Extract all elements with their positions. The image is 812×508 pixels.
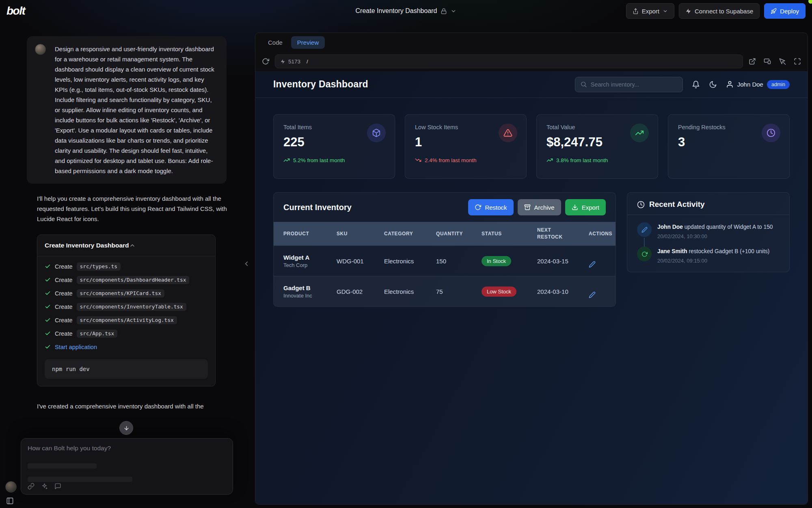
chevron-down-icon (663, 9, 668, 14)
connect-supabase-button[interactable]: Connect to Supabase (679, 3, 760, 19)
external-link-icon[interactable] (749, 58, 756, 65)
activity-timestamp: 20/02/2024, 09:15:00 (657, 258, 769, 264)
restock-date: 2024-03-15 (537, 258, 589, 265)
redacted-text (28, 463, 97, 469)
step-verb: Create (55, 330, 73, 337)
step-file-chip[interactable]: src/components/ActivityLog.tsx (77, 316, 177, 324)
step-verb: Create (55, 290, 73, 297)
address-bar[interactable]: 5173 / (275, 54, 743, 68)
refresh-icon[interactable] (262, 58, 269, 65)
deploy-button[interactable]: Deploy (764, 3, 806, 19)
kpi-row: Total Items 225 5.2% from last month Low… (273, 114, 790, 179)
step-verb: Create (55, 317, 73, 323)
devices-icon[interactable] (764, 58, 771, 65)
export-button[interactable]: Export (626, 3, 674, 19)
editor-tabbar: Code Preview (255, 33, 808, 52)
edit-icon[interactable] (589, 261, 616, 268)
tab-code[interactable]: Code (262, 36, 289, 49)
user-avatar (35, 44, 46, 55)
artifact-steps: Create src/types.ts Create src/component… (37, 256, 215, 386)
inspector-off-icon[interactable] (779, 58, 786, 65)
chat-input-field[interactable] (28, 445, 226, 457)
archive-icon (524, 204, 531, 211)
kpi-trend: 5.2% from last month (283, 157, 385, 163)
user-name: John Doe (737, 81, 763, 88)
export-inventory-button[interactable]: Export (565, 199, 606, 215)
step-file-chip[interactable]: src/components/KPICard.tsx (77, 289, 164, 297)
restock-label: Restock (485, 204, 507, 211)
clock-icon (637, 201, 645, 208)
chevron-up-icon[interactable] (129, 242, 136, 249)
tab-preview[interactable]: Preview (291, 36, 325, 49)
scroll-to-bottom-button[interactable] (119, 421, 133, 435)
assistant-intro-text: I'll help you create a comprehensive inv… (37, 193, 228, 224)
step-file-chip[interactable]: src/App.tsx (77, 330, 118, 338)
kpi-pending-restocks: Pending Restocks 3 (668, 114, 790, 179)
fullscreen-icon[interactable] (794, 58, 801, 65)
url-path: / (307, 59, 308, 65)
archive-label: Archive (534, 204, 555, 211)
start-application-link[interactable]: Start application (55, 344, 97, 350)
activity-item: John Doe updated quantity of Widget A to… (637, 222, 783, 239)
share-icon (633, 8, 639, 14)
chat-input-box[interactable] (21, 438, 233, 495)
inventory-search[interactable] (575, 77, 683, 92)
activity-text: Jane Smith restocked Gadget B (+100 unit… (657, 247, 769, 256)
product-supplier: Tech Corp (283, 262, 337, 268)
alert-triangle-icon (499, 124, 517, 142)
refresh-icon (475, 204, 481, 211)
quantity-value[interactable]: 150 (436, 258, 482, 265)
restock-button[interactable]: Restock (468, 199, 513, 215)
account-avatar[interactable] (5, 481, 17, 493)
chevron-down-icon[interactable] (451, 8, 457, 14)
bolt-logo[interactable]: bolt (6, 4, 25, 17)
refresh-icon (637, 247, 652, 261)
bell-icon[interactable] (692, 80, 700, 89)
check-icon (45, 344, 51, 350)
user-prompt-text: Design a responsive and user-friendly in… (55, 44, 218, 176)
sparkles-icon[interactable] (41, 483, 48, 490)
role-badge: admin (767, 80, 790, 89)
trending-down-icon (415, 157, 421, 163)
app-header-actions: John Doe admin (575, 77, 790, 92)
product-name: Gadget B (283, 284, 337, 291)
activity-user: Jane Smith (657, 248, 687, 254)
edit-icon[interactable] (589, 291, 616, 298)
workspace: Design a responsive and user-friendly in… (0, 22, 812, 508)
project-title: Create Inventory Dashboard (356, 7, 437, 15)
table-header-row: Product SKU Category Quantity Status Nex… (274, 222, 615, 245)
col-status: Status (482, 231, 537, 237)
topbar-actions: Export Connect to Supabase Deploy (626, 3, 806, 19)
col-sku: SKU (337, 231, 384, 237)
panel-left-icon[interactable] (6, 497, 14, 505)
link-icon[interactable] (28, 483, 35, 490)
category-value: Electronics (384, 288, 436, 295)
artifact-step: Create src/components/KPICard.tsx (45, 287, 208, 300)
app-content-row: Current Inventory Restock Archive (273, 192, 790, 307)
step-file-chip[interactable]: src/types.ts (77, 263, 121, 271)
activity-header: Recent Activity (627, 193, 789, 215)
table-row[interactable]: Widget A Tech Corp WDG-001 Electronics 1… (274, 245, 615, 276)
search-input[interactable] (591, 81, 678, 88)
quantity-value[interactable]: 75 (436, 288, 482, 295)
dark-mode-toggle-icon[interactable] (709, 80, 717, 89)
sku-value: GDG-002 (337, 288, 384, 295)
step-file-chip[interactable]: src/components/DashboardHeader.tsx (77, 276, 190, 284)
collapse-chat-chevron[interactable] (243, 260, 250, 267)
archive-button[interactable]: Archive (518, 199, 561, 215)
message-square-icon[interactable] (54, 483, 61, 490)
preview-panel: Code Preview 5173 / Inventory Dashboard (255, 33, 808, 505)
user-menu[interactable]: John Doe admin (726, 80, 790, 89)
activity-user: John Doe (657, 224, 683, 230)
package-icon (367, 124, 386, 142)
activity-item: Jane Smith restocked Gadget B (+100 unit… (637, 247, 783, 264)
chat-scroll-area[interactable]: Design a responsive and user-friendly in… (0, 22, 255, 508)
check-icon (45, 277, 51, 283)
kpi-trend-label: 2.4% from last month (425, 157, 477, 163)
artifact-header[interactable]: Create Inventory Dashboard (37, 235, 215, 256)
activity-action: restocked Gadget B (+100 units) (687, 248, 770, 254)
step-file-chip[interactable]: src/components/InventoryTable.tsx (77, 303, 186, 311)
preview-urlbar: 5173 / (255, 52, 808, 71)
artifact-step: Create src/App.tsx (45, 327, 208, 340)
table-row[interactable]: Gadget B Innovate Inc GDG-002 Electronic… (274, 276, 615, 306)
